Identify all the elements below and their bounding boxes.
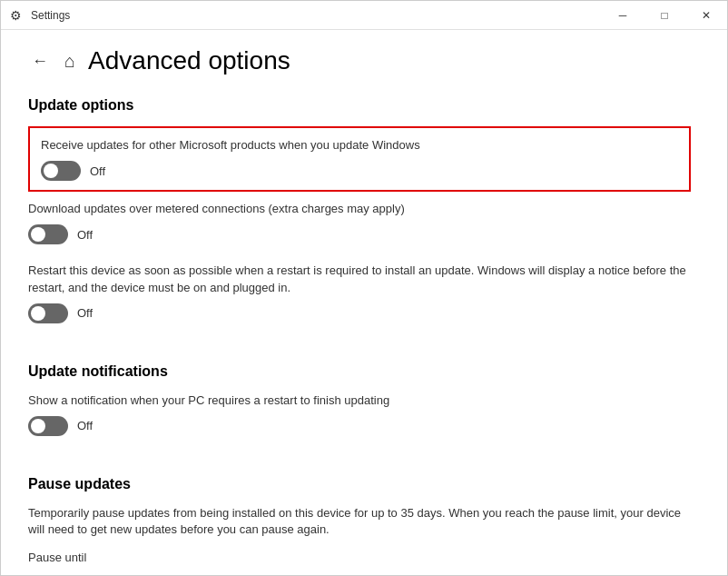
show-notification-slider — [28, 416, 68, 436]
restart-device-slider — [28, 303, 68, 323]
settings-icon: ⚙ — [10, 8, 22, 23]
download-metered-label: Off — [77, 228, 93, 242]
pause-updates-title: Pause updates — [28, 476, 691, 492]
restart-device-toggle[interactable] — [28, 303, 68, 323]
restart-device-label: Off — [77, 306, 93, 320]
main-content: ← ⌂ Advanced options Update options Rece… — [1, 30, 727, 575]
download-metered-slider — [28, 224, 68, 244]
title-bar: ⚙ Settings ─ □ ✕ — [1, 1, 727, 30]
section-update-notifications: Update notifications Show a notification… — [28, 363, 691, 436]
toggle-show-notification: Show a notification when your PC require… — [28, 392, 691, 436]
gap-1 — [28, 342, 691, 360]
settings-window: ⚙ Settings ─ □ ✕ ← ⌂ Advanced options Up… — [0, 0, 728, 576]
update-notifications-title: Update notifications — [28, 363, 691, 380]
pause-until-label: Pause until — [28, 551, 86, 564]
show-notification-toggle[interactable] — [28, 416, 68, 436]
home-icon: ⌂ — [64, 51, 75, 72]
page-title: Advanced options — [88, 46, 290, 75]
toggle-restart-device: Restart this device as soon as possible … — [28, 263, 691, 323]
restart-device-toggle-row: Off — [28, 303, 691, 323]
gap-2 — [28, 454, 691, 472]
title-bar-left: ⚙ Settings — [10, 8, 70, 23]
download-metered-toggle-row: Off — [28, 224, 691, 244]
restart-device-description: Restart this device as soon as possible … — [28, 263, 691, 295]
update-options-title: Update options — [28, 97, 691, 114]
page-header: ← ⌂ Advanced options — [28, 30, 691, 94]
toggle-receive-updates: Receive updates for other Microsoft prod… — [28, 126, 691, 192]
content-area: ← ⌂ Advanced options Update options Rece… — [1, 30, 727, 575]
minimize-button[interactable]: ─ — [602, 1, 644, 30]
section-pause-updates: Pause updates Temporarily pause updates … — [28, 476, 691, 565]
pause-updates-description: Temporarily pause updates from being ins… — [28, 505, 691, 538]
show-notification-description: Show a notification when your PC require… — [28, 392, 691, 409]
receive-updates-label: Off — [90, 164, 105, 178]
receive-updates-toggle[interactable] — [41, 161, 81, 181]
back-button[interactable]: ← — [28, 48, 52, 74]
pause-until-row: Pause until — [28, 549, 691, 565]
receive-updates-slider — [41, 161, 81, 181]
receive-updates-toggle-row: Off — [41, 161, 678, 181]
title-bar-title: Settings — [31, 9, 70, 22]
download-metered-toggle[interactable] — [28, 224, 68, 244]
receive-updates-description: Receive updates for other Microsoft prod… — [41, 137, 678, 154]
toggle-download-metered: Download updates over metered connection… — [28, 201, 691, 244]
close-button[interactable]: ✕ — [685, 1, 727, 30]
maximize-button[interactable]: □ — [644, 1, 685, 30]
show-notification-label: Off — [77, 419, 93, 432]
title-bar-controls: ─ □ ✕ — [602, 1, 727, 30]
show-notification-toggle-row: Off — [28, 416, 691, 436]
section-update-options: Update options Receive updates for other… — [28, 97, 691, 323]
download-metered-description: Download updates over metered connection… — [28, 201, 691, 217]
